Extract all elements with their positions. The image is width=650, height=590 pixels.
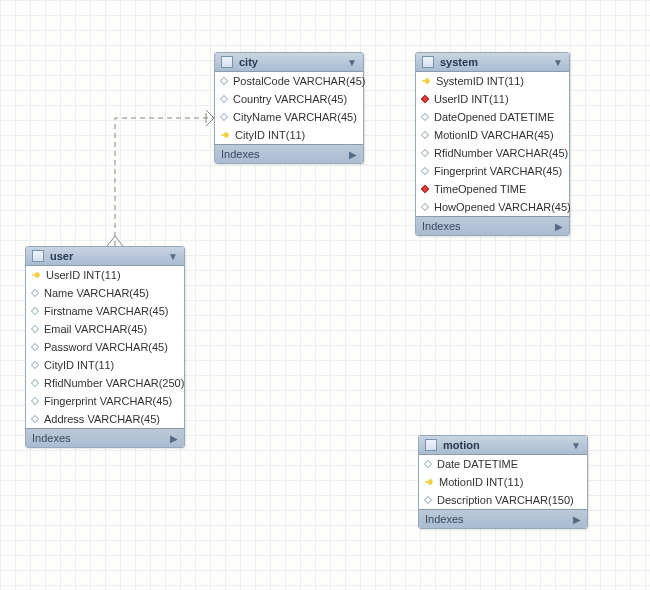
table-motion[interactable]: motion▼Date DATETIMEMotionID INT(11)Desc…: [418, 435, 588, 529]
column-row[interactable]: HowOpened VARCHAR(45): [416, 198, 569, 216]
column-row[interactable]: CityName VARCHAR(45): [215, 108, 363, 126]
column-icon: [220, 77, 228, 85]
table-user[interactable]: user▼UserID INT(11)Name VARCHAR(45)First…: [25, 246, 185, 448]
indexes-label: Indexes: [425, 513, 573, 525]
column-icon: [31, 343, 39, 351]
expand-icon[interactable]: ▶: [573, 514, 581, 525]
column-row[interactable]: DateOpened DATETIME: [416, 108, 569, 126]
column-label: TimeOpened TIME: [434, 183, 526, 195]
column-label: Firstname VARCHAR(45): [44, 305, 169, 317]
column-row[interactable]: UserID INT(11): [416, 90, 569, 108]
column-row[interactable]: Fingerprint VARCHAR(45): [26, 392, 184, 410]
primary-key-icon: [425, 478, 433, 486]
table-header[interactable]: motion▼: [419, 436, 587, 455]
column-label: Fingerprint VARCHAR(45): [434, 165, 562, 177]
indexes-label: Indexes: [221, 148, 349, 160]
column-label: Address VARCHAR(45): [44, 413, 160, 425]
column-label: UserID INT(11): [434, 93, 509, 105]
column-icon: [31, 289, 39, 297]
expand-icon[interactable]: ▶: [349, 149, 357, 160]
indexes-label: Indexes: [422, 220, 555, 232]
column-label: RfidNumber VARCHAR(250): [44, 377, 184, 389]
column-label: Date DATETIME: [437, 458, 518, 470]
collapse-icon[interactable]: ▼: [168, 251, 178, 262]
column-icon: [421, 203, 429, 211]
column-row[interactable]: UserID INT(11): [26, 266, 184, 284]
table-icon: [32, 250, 44, 262]
column-row[interactable]: SystemID INT(11): [416, 72, 569, 90]
table-icon: [425, 439, 437, 451]
column-row[interactable]: Description VARCHAR(150): [419, 491, 587, 509]
column-row[interactable]: Email VARCHAR(45): [26, 320, 184, 338]
column-label: HowOpened VARCHAR(45): [434, 201, 571, 213]
foreign-key-icon: [421, 95, 429, 103]
column-row[interactable]: CityID INT(11): [26, 356, 184, 374]
column-icon: [31, 361, 39, 369]
primary-key-icon: [32, 271, 40, 279]
column-row[interactable]: TimeOpened TIME: [416, 180, 569, 198]
column-row[interactable]: Country VARCHAR(45): [215, 90, 363, 108]
column-row[interactable]: Address VARCHAR(45): [26, 410, 184, 428]
column-icon: [31, 379, 39, 387]
column-label: Country VARCHAR(45): [233, 93, 347, 105]
primary-key-icon: [221, 131, 229, 139]
column-row[interactable]: Firstname VARCHAR(45): [26, 302, 184, 320]
primary-key-icon: [422, 77, 430, 85]
column-label: RfidNumber VARCHAR(45): [434, 147, 568, 159]
table-icon: [422, 56, 434, 68]
column-icon: [31, 325, 39, 333]
table-city[interactable]: city▼PostalCode VARCHAR(45)Country VARCH…: [214, 52, 364, 164]
column-icon: [424, 496, 432, 504]
table-system[interactable]: system▼SystemID INT(11)UserID INT(11)Dat…: [415, 52, 570, 236]
column-label: CityID INT(11): [235, 129, 305, 141]
column-icon: [31, 415, 39, 423]
indexes-section[interactable]: Indexes▶: [416, 216, 569, 235]
column-icon: [220, 113, 228, 121]
column-label: CityID INT(11): [44, 359, 114, 371]
column-label: SystemID INT(11): [436, 75, 524, 87]
collapse-icon[interactable]: ▼: [347, 57, 357, 68]
indexes-label: Indexes: [32, 432, 170, 444]
column-row[interactable]: Name VARCHAR(45): [26, 284, 184, 302]
table-header[interactable]: city▼: [215, 53, 363, 72]
column-row[interactable]: Password VARCHAR(45): [26, 338, 184, 356]
column-label: DateOpened DATETIME: [434, 111, 554, 123]
column-label: CityName VARCHAR(45): [233, 111, 357, 123]
column-row[interactable]: Fingerprint VARCHAR(45): [416, 162, 569, 180]
expand-icon[interactable]: ▶: [170, 433, 178, 444]
table-title: user: [50, 250, 162, 262]
column-row[interactable]: MotionID INT(11): [419, 473, 587, 491]
column-row[interactable]: RfidNumber VARCHAR(250): [26, 374, 184, 392]
column-label: UserID INT(11): [46, 269, 121, 281]
column-label: PostalCode VARCHAR(45): [233, 75, 365, 87]
column-icon: [31, 397, 39, 405]
table-header[interactable]: user▼: [26, 247, 184, 266]
column-icon: [421, 149, 429, 157]
column-label: Email VARCHAR(45): [44, 323, 147, 335]
table-title: motion: [443, 439, 565, 451]
column-label: MotionID INT(11): [439, 476, 523, 488]
collapse-icon[interactable]: ▼: [553, 57, 563, 68]
column-label: Description VARCHAR(150): [437, 494, 574, 506]
indexes-section[interactable]: Indexes▶: [215, 144, 363, 163]
column-row[interactable]: RfidNumber VARCHAR(45): [416, 144, 569, 162]
column-label: Name VARCHAR(45): [44, 287, 149, 299]
table-header[interactable]: system▼: [416, 53, 569, 72]
foreign-key-icon: [421, 185, 429, 193]
expand-icon[interactable]: ▶: [555, 221, 563, 232]
column-icon: [421, 113, 429, 121]
collapse-icon[interactable]: ▼: [571, 440, 581, 451]
table-icon: [221, 56, 233, 68]
column-icon: [220, 95, 228, 103]
column-row[interactable]: Date DATETIME: [419, 455, 587, 473]
table-title: city: [239, 56, 341, 68]
column-icon: [421, 167, 429, 175]
column-label: MotionID VARCHAR(45): [434, 129, 554, 141]
table-title: system: [440, 56, 547, 68]
column-row[interactable]: PostalCode VARCHAR(45): [215, 72, 363, 90]
indexes-section[interactable]: Indexes▶: [26, 428, 184, 447]
column-label: Password VARCHAR(45): [44, 341, 168, 353]
column-row[interactable]: MotionID VARCHAR(45): [416, 126, 569, 144]
indexes-section[interactable]: Indexes▶: [419, 509, 587, 528]
column-row[interactable]: CityID INT(11): [215, 126, 363, 144]
